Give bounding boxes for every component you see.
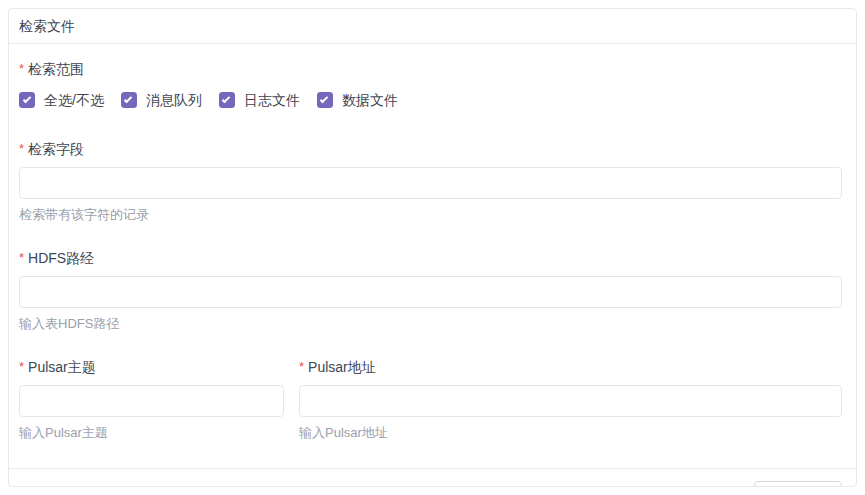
checkmark-icon xyxy=(320,94,328,102)
checkmark-icon xyxy=(222,94,230,102)
search-files-card: 检索文件 * 检索范围 全选/不选 消息队列 日志文件 xyxy=(8,8,857,487)
page-title: 检索文件 xyxy=(19,18,75,34)
checkbox-message-queue[interactable]: 消息队列 xyxy=(121,92,202,108)
pulsar-row: * Pulsar主题 输入Pulsar主题 * Pulsar地址 输入Pulsa… xyxy=(19,359,842,468)
scope-label: 检索范围 xyxy=(28,61,84,78)
checkbox-label: 消息队列 xyxy=(146,92,202,108)
required-mark: * xyxy=(19,249,24,266)
pulsar-address-hint: 输入Pulsar地址 xyxy=(299,425,842,440)
required-mark: * xyxy=(19,60,24,77)
pulsar-topic-label-row: * Pulsar主题 xyxy=(19,359,284,376)
form-body: * 检索范围 全选/不选 消息队列 日志文件 数据文件 xyxy=(9,44,856,468)
pulsar-topic-label: Pulsar主题 xyxy=(28,359,96,376)
required-mark: * xyxy=(19,140,24,157)
search-field-label-row: * 检索字段 xyxy=(19,141,842,158)
scope-checkbox-group: 全选/不选 消息队列 日志文件 数据文件 xyxy=(19,92,842,108)
checkbox-label: 日志文件 xyxy=(244,92,300,108)
form-item-pulsar-address: * Pulsar地址 输入Pulsar地址 xyxy=(299,359,842,440)
required-mark: * xyxy=(19,358,24,375)
search-field-label: 检索字段 xyxy=(28,141,84,158)
checkbox-label: 数据文件 xyxy=(342,92,398,108)
form-item-scope: * 检索范围 全选/不选 消息队列 日志文件 数据文件 xyxy=(19,61,842,108)
checkbox-log-file[interactable]: 日志文件 xyxy=(219,92,300,108)
required-mark: * xyxy=(299,358,304,375)
submit-task-button[interactable]: 提交任务 xyxy=(754,481,842,487)
hdfs-path-label-row: * HDFS路经 xyxy=(19,250,842,267)
scope-label-row: * 检索范围 xyxy=(19,61,842,78)
search-field-hint: 检索带有该字符的记录 xyxy=(19,207,842,222)
checkbox-checked-icon xyxy=(121,92,137,108)
checkbox-checked-icon xyxy=(219,92,235,108)
search-field-input[interactable] xyxy=(19,167,842,199)
checkbox-data-file[interactable]: 数据文件 xyxy=(317,92,398,108)
form-item-pulsar-topic: * Pulsar主题 输入Pulsar主题 xyxy=(19,359,284,440)
card-header: 检索文件 xyxy=(9,9,856,44)
checkbox-select-all[interactable]: 全选/不选 xyxy=(19,92,104,108)
checkmark-icon xyxy=(124,94,132,102)
checkbox-checked-icon xyxy=(19,92,35,108)
pulsar-topic-hint: 输入Pulsar主题 xyxy=(19,425,284,440)
checkbox-label: 全选/不选 xyxy=(44,92,104,108)
hdfs-path-hint: 输入表HDFS路径 xyxy=(19,316,842,331)
pulsar-address-label: Pulsar地址 xyxy=(308,359,376,376)
pulsar-topic-input[interactable] xyxy=(19,385,284,417)
hdfs-path-label: HDFS路经 xyxy=(28,250,94,267)
checkmark-icon xyxy=(22,94,30,102)
form-item-search-field: * 检索字段 检索带有该字符的记录 xyxy=(19,141,842,222)
pulsar-address-input[interactable] xyxy=(299,385,842,417)
form-item-hdfs-path: * HDFS路经 输入表HDFS路径 xyxy=(19,250,842,331)
hdfs-path-input[interactable] xyxy=(19,276,842,308)
checkbox-checked-icon xyxy=(317,92,333,108)
card-footer: 提交任务 xyxy=(9,468,856,487)
pulsar-address-label-row: * Pulsar地址 xyxy=(299,359,842,376)
